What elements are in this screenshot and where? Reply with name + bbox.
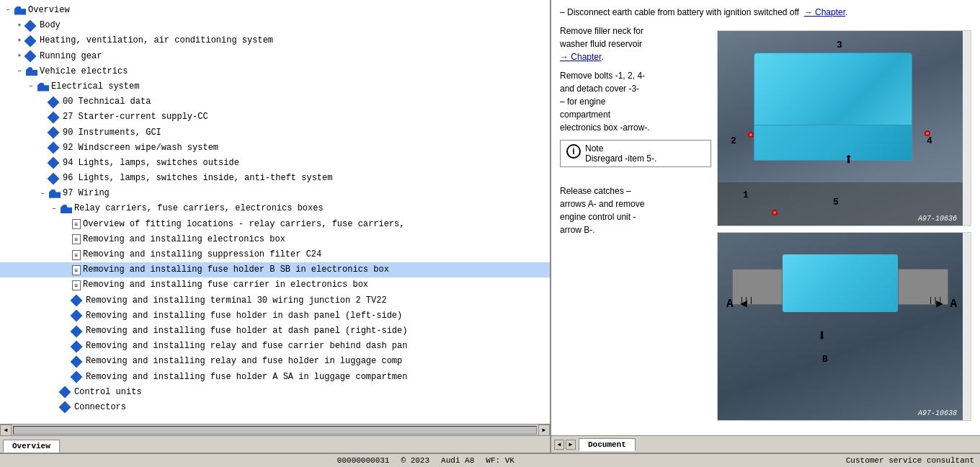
tree-item-1[interactable]: −Overview — [0, 3, 550, 18]
scroll-right[interactable]: ▶ — [538, 424, 550, 436]
diamond-icon-9 — [48, 127, 60, 139]
engine-image-1: 3 2 1 4 5 ⬆ A97-10636 — [718, 31, 963, 226]
diamond-icon-8 — [48, 111, 60, 123]
step2-text: Remove bolts -1, 2, 4-and detach cover -… — [560, 69, 711, 134]
expand-icon-26[interactable] — [49, 387, 59, 397]
expand-icon-17[interactable] — [61, 250, 71, 260]
step1-link[interactable]: → Chapter — [560, 52, 601, 62]
tree-item-20[interactable]: Removing and installing terminal 30 wiri… — [0, 293, 550, 308]
expand-icon-24[interactable] — [61, 357, 71, 367]
expand-icon-6[interactable]: − — [26, 82, 36, 92]
tree-item-8[interactable]: 27 Starter-current supply-CC — [0, 110, 550, 125]
expand-icon-5[interactable]: − — [14, 66, 24, 76]
tree-item-21[interactable]: Removing and installing fuse holder in d… — [0, 308, 550, 324]
bolt-3 — [925, 130, 930, 136]
callout-2: 2 — [731, 135, 736, 146]
expand-icon-4[interactable]: + — [14, 51, 24, 61]
tree-item-19[interactable]: ≡Removing and installing fuse carrier in… — [0, 277, 550, 293]
tree-item-16[interactable]: ≡Removing and installing electronics box — [0, 232, 550, 247]
expand-icon-23[interactable] — [61, 342, 71, 352]
tree-item-13[interactable]: −97 Wiring — [0, 186, 550, 201]
tree-item-22[interactable]: Removing and installing fuse holder at d… — [0, 324, 550, 339]
expand-icon-19[interactable] — [61, 280, 71, 290]
doc-icon-18: ≡ — [72, 265, 81, 275]
tree-label-13: 97 Wiring — [63, 187, 110, 200]
expand-icon-25[interactable] — [61, 372, 71, 382]
tree-label-5: Vehicle electrics — [40, 65, 128, 79]
tree-item-12[interactable]: 96 Lights, lamps, switches inside, anti-… — [0, 171, 550, 186]
diamond-icon-27 — [59, 401, 71, 414]
diamond-icon-12 — [48, 172, 60, 184]
expand-icon-22[interactable] — [61, 326, 71, 337]
expand-icon-7[interactable] — [37, 97, 48, 107]
expand-icon-13[interactable]: − — [37, 189, 48, 199]
expand-icon-1[interactable]: − — [3, 6, 13, 16]
tree-item-6[interactable]: −Electrical system — [0, 79, 550, 94]
expand-icon-3[interactable]: + — [14, 36, 24, 46]
tree-label-16: Removing and installing electronics box — [83, 233, 285, 246]
expand-icon-15[interactable] — [61, 219, 71, 229]
tree-label-18: Removing and installing fuse holder B SB… — [83, 263, 389, 277]
tree-label-8: 27 Starter-current supply-CC — [63, 110, 208, 124]
nav-left[interactable]: ◀ — [554, 440, 564, 450]
right-bottom-bar: ◀ ▶ Document — [551, 435, 980, 453]
tree-item-17[interactable]: ≡Removing and installing suppression fil… — [0, 247, 550, 262]
diamond-icon-26 — [59, 386, 71, 399]
tree-item-26[interactable]: Control units — [0, 385, 550, 400]
tree-item-5[interactable]: −Vehicle electrics — [0, 64, 550, 79]
nav-right[interactable]: ▶ — [566, 440, 576, 450]
expand-icon-14[interactable]: − — [49, 204, 59, 214]
expand-icon-2[interactable]: + — [14, 21, 24, 31]
status-center: 00000000031 © 2023 Audi A8 WF: VK — [337, 456, 514, 465]
intro-text: – Disconnect earth cable from battery wi… — [560, 6, 971, 19]
doc-icon-15: ≡ — [72, 219, 81, 229]
tree-item-2[interactable]: +Body — [0, 18, 550, 33]
tree-item-10[interactable]: 92 Windscreen wipe/wash system — [0, 141, 550, 156]
expand-icon-20[interactable] — [61, 295, 71, 306]
expand-icon-10[interactable] — [37, 143, 48, 153]
expand-icon-27[interactable] — [49, 402, 59, 412]
tree-item-18[interactable]: ≡Removing and installing fuse holder B S… — [0, 262, 550, 277]
tab-overview[interactable]: Overview — [3, 440, 60, 453]
status-right: Customer service consultant — [846, 456, 974, 465]
lines-left: ||| — [739, 296, 754, 305]
tree-item-24[interactable]: Removing and installing relay and fuse h… — [0, 354, 550, 369]
step1-text: Remove filler neck forwasher fluid reser… — [560, 25, 711, 63]
two-col-layout: Remove filler neck forwasher fluid reser… — [560, 25, 971, 427]
expand-icon-16[interactable] — [61, 234, 71, 244]
expand-icon-18[interactable] — [61, 265, 71, 275]
tree-item-15[interactable]: ≡Overview of fitting locations - relay c… — [0, 217, 550, 232]
h-scroll-track[interactable] — [13, 426, 537, 435]
horizontal-scrollbar[interactable]: ◀ ▶ — [0, 424, 550, 435]
tree-label-2: Body — [40, 19, 61, 32]
diamond-icon-2 — [24, 19, 37, 32]
tree-label-25: Removing and installing fuse holder A SA… — [86, 370, 407, 384]
tree-item-9[interactable]: 90 Instruments, GCI — [0, 125, 550, 141]
intro-link[interactable]: → Chapter — [804, 7, 845, 17]
expand-icon-12[interactable] — [37, 174, 48, 184]
tree-label-9: 90 Instruments, GCI — [63, 126, 161, 140]
expand-icon-9[interactable] — [37, 128, 48, 138]
tree-area[interactable]: −Overview+Body+Heating, ventilation, air… — [0, 0, 550, 424]
tree-label-27: Connectors — [74, 401, 126, 414]
expand-icon-11[interactable] — [37, 158, 48, 168]
tree-item-14[interactable]: −Relay carriers, fuse carriers, electron… — [0, 201, 550, 216]
tree-item-4[interactable]: +Running gear — [0, 49, 550, 64]
tab-document[interactable]: Document — [579, 438, 636, 451]
diamond-icon-11 — [48, 157, 60, 169]
expand-icon-8[interactable] — [37, 112, 48, 123]
tree-item-23[interactable]: Removing and installing relay and fuse c… — [0, 339, 550, 354]
doc-icon-16: ≡ — [72, 234, 81, 244]
tree-item-25[interactable]: Removing and installing fuse holder A SA… — [0, 370, 550, 385]
folder-icon-14 — [61, 205, 72, 213]
tree-item-7[interactable]: 00 Technical data — [0, 94, 550, 110]
tree-item-3[interactable]: +Heating, ventilation, air conditioning … — [0, 33, 550, 48]
expand-icon-21[interactable] — [61, 311, 71, 321]
bolt-2 — [772, 210, 778, 215]
folder-icon-6 — [37, 83, 49, 92]
scroll-left[interactable]: ◀ — [0, 424, 12, 436]
tree-item-27[interactable]: Connectors — [0, 400, 550, 415]
tree-label-15: Overview of fitting locations - relay ca… — [83, 218, 404, 231]
diamond-icon-4 — [24, 50, 37, 63]
tree-item-11[interactable]: 94 Lights, lamps, switches outside — [0, 156, 550, 171]
